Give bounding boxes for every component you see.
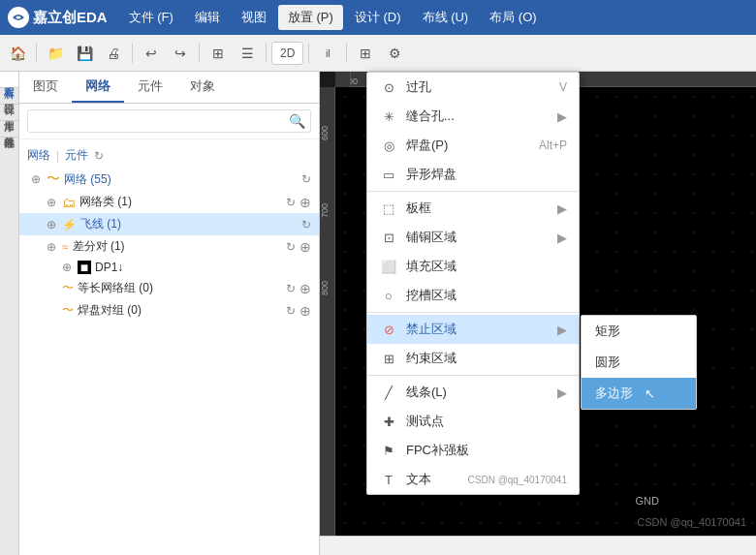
cutout-icon: ○ [379, 289, 398, 303]
toolbar-sep-3 [199, 44, 200, 63]
tree-header: 网络 | 元件 ↻ [19, 143, 319, 168]
flyline-icon: ⚡ [62, 218, 77, 231]
tree-item-flylines[interactable]: ⊕ ⚡ 飞线 (1) ↻ [19, 213, 319, 235]
fill-label: 填充区域 [406, 258, 567, 275]
pad-shortcut: Alt+P [539, 139, 567, 152]
toolbar-print[interactable]: 🖨 [100, 40, 127, 67]
tree-header-component[interactable]: 元件 [65, 147, 88, 164]
menu-route[interactable]: 布线 (U) [413, 5, 479, 30]
add-equal-len-icon[interactable]: ⊕ [299, 281, 311, 296]
equal-len-refresh-icon[interactable]: ↻ [286, 282, 296, 295]
network-class-icon: 🗂 [62, 195, 76, 210]
menu-item-via[interactable]: ⊙ 过孔 V [367, 73, 579, 102]
menu-item-fpc[interactable]: ⚑ FPC补强板 [367, 436, 579, 465]
menu-item-keepout[interactable]: ⊘ 禁止区域 ▶ 矩形 圆形 多边形 ↖ [367, 315, 579, 344]
tree-item-diff-pairs[interactable]: ⊕ ≈ 差分对 (1) ↻ ⊕ [19, 235, 319, 258]
sidebar-tab-all-projects[interactable]: 所有工程 [0, 72, 18, 88]
submenu-circle[interactable]: 圆形 [582, 347, 696, 378]
toolbar-grid2[interactable]: ⊞ [352, 40, 379, 67]
submenu-rect[interactable]: 矩形 [582, 316, 696, 347]
toolbar-sep-1 [36, 44, 37, 63]
toolbar-settings[interactable]: ⚙ [381, 40, 408, 67]
network-class-refresh-icon[interactable]: ↻ [286, 196, 296, 209]
sidebar-tab-project-design[interactable]: 工程设计 [0, 88, 18, 105]
via-label: 过孔 [406, 78, 551, 96]
tree-item-pad-group[interactable]: 〜 焊盘对组 (0) ↻ ⊕ [19, 299, 319, 322]
toolbar-open[interactable]: 📁 [42, 40, 69, 67]
menu-item-board-frame[interactable]: ⬚ 板框 ▶ [367, 194, 579, 223]
add-network-class-icon[interactable]: ⊕ [299, 195, 311, 210]
add-diff-icon[interactable]: ⊕ [299, 239, 311, 255]
special-pad-label: 异形焊盘 [406, 166, 567, 183]
tree-header-refresh[interactable]: ↻ [94, 149, 104, 163]
equal-len-icon: 〜 [62, 280, 74, 296]
tree-header-network[interactable]: 网络 [27, 147, 50, 164]
submenu-polygon[interactable]: 多边形 ↖ [582, 378, 696, 409]
toolbar-sep-4 [266, 44, 267, 63]
sep-1 [367, 191, 579, 192]
network-icon: 〜 [47, 170, 60, 188]
flyline-refresh-icon[interactable]: ↻ [301, 218, 311, 231]
menu-item-text[interactable]: T 文本 CSDN @qq_40170041 [367, 465, 579, 494]
tab-page[interactable]: 图页 [19, 72, 72, 103]
toolbar-save[interactable]: 💾 [71, 40, 98, 67]
tab-object[interactable]: 对象 [176, 72, 229, 103]
network-refresh-icon[interactable]: ↻ [301, 172, 311, 186]
menu-edit[interactable]: 编辑 [185, 5, 230, 30]
sidebar-tab-common-lib[interactable]: 常用库 [0, 105, 18, 121]
pad-group-refresh-icon[interactable]: ↻ [286, 304, 296, 318]
tree-item-networks[interactable]: ⊕ 〜 网络 (55) ↻ [19, 168, 319, 191]
tree-item-equal-len[interactable]: 〜 等长网络组 (0) ↻ ⊕ [19, 277, 319, 299]
stitching-arrow: ▶ [557, 109, 567, 124]
board-frame-icon: ⬚ [379, 201, 398, 216]
menu-place[interactable]: 放置 (P) [278, 5, 343, 30]
menu-item-cutout[interactable]: ○ 挖槽区域 [367, 281, 579, 310]
toolbar-2d-toggle[interactable]: 2D [271, 42, 303, 65]
network-tree: 网络 | 元件 ↻ ⊕ 〜 网络 (55) ↻ ⊕ 🗂 网络类 (1) ↻ ⊕ [19, 139, 319, 555]
menu-item-constraint[interactable]: ⊞ 约束区域 [367, 344, 579, 373]
tree-item-network-classes-label: 网络类 (1) [79, 194, 282, 210]
search-icon: 🔍 [289, 113, 305, 129]
menu-item-copper-pour[interactable]: ⊡ 铺铜区域 ▶ [367, 223, 579, 252]
board-frame-arrow: ▶ [557, 201, 567, 216]
menu-item-trace[interactable]: ╱ 线条(L) ▶ [367, 378, 579, 407]
menu-design[interactable]: 设计 (D) [345, 5, 411, 30]
menu-layout[interactable]: 布局 (O) [480, 5, 546, 30]
menu-view[interactable]: 视图 [232, 5, 276, 30]
sep-3 [367, 375, 579, 376]
toolbar-list[interactable]: ☰ [234, 40, 261, 67]
menu-item-test-point[interactable]: ✚ 测试点 [367, 407, 579, 436]
tab-network[interactable]: 网络 [72, 72, 124, 103]
search-input[interactable] [27, 109, 311, 133]
tab-component[interactable]: 元件 [124, 72, 176, 103]
board-frame-label: 板框 [406, 200, 550, 217]
menu-item-special-pad[interactable]: ▭ 异形焊盘 [367, 160, 579, 189]
trace-icon: ╱ [379, 385, 398, 400]
sidebar-tab-standardization[interactable]: 器件标准化 [0, 121, 18, 138]
copper-arrow: ▶ [557, 231, 567, 245]
status-bar [320, 536, 756, 555]
expand-icon-4: ⊕ [47, 240, 58, 254]
toolbar-grid[interactable]: ⊞ [205, 40, 232, 67]
menu-item-fill-area[interactable]: ⬜ 填充区域 [367, 252, 579, 281]
toolbar-sep-5 [308, 44, 309, 63]
tree-item-network-classes[interactable]: ⊕ 🗂 网络类 (1) ↻ ⊕ [19, 191, 319, 213]
menu-item-stitching-via[interactable]: ✳ 缝合孔... ▶ [367, 102, 579, 131]
diff-refresh-icon[interactable]: ↻ [286, 240, 296, 254]
toolbar-layer-select[interactable]: il [314, 40, 341, 67]
toolbar-new[interactable]: 🏠 [4, 40, 31, 67]
menu-item-pad[interactable]: ◎ 焊盘(P) Alt+P [367, 131, 579, 160]
add-pad-group-icon[interactable]: ⊕ [299, 303, 311, 319]
via-shortcut: V [559, 80, 567, 94]
toolbar-redo[interactable]: ↪ [167, 40, 194, 67]
pad-icon: ◎ [379, 139, 398, 153]
keepout-icon: ⊘ [379, 323, 398, 337]
gnd-label: GND [636, 495, 659, 507]
menu-file[interactable]: 文件 (F) [119, 5, 183, 30]
stitching-label: 缝合孔... [406, 108, 550, 125]
expand-icon-2: ⊕ [47, 196, 58, 209]
tree-item-dp1[interactable]: ⊕ ■ DP1↓ [19, 258, 319, 277]
tree-header-divider: | [56, 149, 59, 163]
constraint-label: 约束区域 [406, 350, 567, 367]
toolbar-undo[interactable]: ↩ [138, 40, 165, 67]
